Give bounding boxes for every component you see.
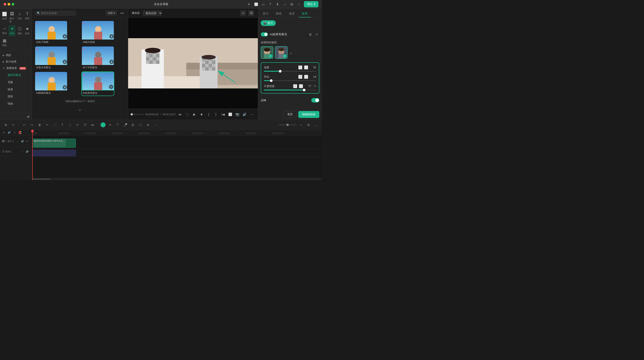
sidebar-item-emotion[interactable]: 情緒 (1, 100, 30, 107)
skip-back-btn[interactable]: ⏮ (177, 112, 183, 117)
toolbar-library[interactable]: 🖼 素材庫 (8, 10, 16, 24)
scroll-thumb[interactable] (32, 179, 50, 180)
toolbar-sticker[interactable]: ★ 貼紙 (24, 25, 31, 36)
h-scrollbar[interactable] (32, 179, 321, 180)
mark-out-btn[interactable]: } (213, 112, 218, 117)
account-icon[interactable]: ○ (297, 2, 301, 6)
tab-color[interactable]: 顏色 (273, 10, 285, 17)
redo-btn[interactable]: ↪ (29, 122, 35, 128)
text-btn[interactable]: T (59, 122, 66, 128)
collapse-sidebar-icon[interactable]: ◀ (26, 114, 30, 119)
reset-effect-button[interactable]: ↺ (314, 32, 319, 37)
audio-clip[interactable] (32, 150, 76, 156)
split-btn[interactable]: |◀ (220, 112, 226, 117)
image-view-btn[interactable]: 🖼 (248, 10, 254, 16)
toolbar-transition[interactable]: ↔ 轉場 (1, 25, 8, 36)
audio-btn[interactable]: 🔊 (242, 112, 247, 117)
feather-track[interactable] (264, 80, 316, 81)
scroll-down-icon[interactable]: ⌄ (35, 105, 125, 114)
delete-btn[interactable]: 🗑 (36, 122, 43, 128)
music-icon[interactable]: ♪ (282, 2, 287, 6)
effect-card-ai-cross-mosaic[interactable]: ♥ ⬇ AI十字馬賽克 (82, 46, 114, 71)
feather-reset-btn[interactable]: ↺ (298, 75, 302, 79)
snapshot-btn[interactable]: 📷 (234, 112, 240, 117)
delete-effect-button[interactable]: 🗑 (308, 32, 313, 37)
sidebar-item-outline[interactable]: 描邊 (1, 86, 30, 93)
ai-effect-toggle[interactable] (261, 32, 268, 36)
tab-speed[interactable]: 速度 (286, 10, 298, 17)
crop-btn[interactable]: ⬚ (52, 122, 58, 128)
strength-track[interactable] (264, 71, 316, 72)
export-button[interactable]: 導出 ▾ (304, 1, 318, 7)
cut-btn[interactable]: ✂ (44, 122, 50, 128)
strength-keyframe-btn[interactable]: ◇ (304, 65, 308, 69)
step-back-btn[interactable]: ⬚ (184, 112, 190, 117)
select-btn[interactable]: ↖ (10, 122, 16, 128)
skip-btn[interactable]: ⏭ (90, 122, 96, 128)
opacity-thumb[interactable] (303, 89, 306, 91)
overlay-btn[interactable]: ⊕ (145, 122, 151, 128)
opacity-keyframe-btn[interactable]: ◇ (299, 84, 303, 88)
grid-view-btn[interactable]: ⊞ (240, 10, 246, 16)
minimize-button[interactable] (8, 3, 10, 5)
text-icon[interactable]: T (268, 2, 272, 6)
screen-icon[interactable]: ▭ (261, 2, 266, 6)
toolbar-title[interactable]: T 標題 (24, 10, 31, 24)
sidebar-section-body-effects[interactable]: ▼ 身體效果 NEW (0, 65, 32, 71)
reverse-toggle[interactable] (311, 98, 319, 103)
toolbar-effects[interactable]: ✦ 效果 (8, 25, 16, 36)
face-thumb-2[interactable]: ✓ (275, 46, 288, 59)
close-button[interactable] (4, 3, 6, 5)
sidebar-section-video-effects[interactable]: ▶ 影片效果 (0, 58, 32, 65)
toolbar-template[interactable]: ▦ 模板 (1, 37, 8, 48)
add-track-icon[interactable]: ⊞ (2, 131, 6, 135)
grid2-btn[interactable]: ⊞ (306, 122, 312, 128)
snapshot-icon[interactable]: ⬜ (254, 2, 258, 6)
tab-effects[interactable]: 效果 (299, 10, 311, 17)
effect-card-ai-blur-mosaic[interactable]: ♥ ⬇ AI模糊馬賽克 (35, 71, 68, 96)
face-thumb-1[interactable]: ✓ (261, 46, 273, 59)
effect-card-ai-particle-blur[interactable]: ♥ ⬇ AI粒子模糊 (35, 20, 68, 45)
tab-video[interactable]: 影片 (260, 10, 272, 17)
sidebar-item-face-mosaic[interactable]: 臉部馬賽克 (1, 72, 30, 79)
effect-card-ai-classic-mosaic[interactable]: ♥ + AI經典馬賽克 (82, 71, 114, 96)
timer-btn[interactable]: ⏱ (82, 122, 88, 128)
strength-thumb[interactable] (279, 70, 282, 73)
undo-btn[interactable]: ↩ (21, 122, 28, 128)
fullscreen-btn[interactable]: ⬜ (228, 112, 233, 117)
shape-btn[interactable]: □ (67, 122, 73, 128)
stop-btn[interactable]: ■ (199, 112, 204, 117)
split-track-icon[interactable]: ⊡ (12, 131, 16, 135)
sidebar-item-environment[interactable]: 環境 (1, 93, 30, 100)
mark-in-btn[interactable]: { (206, 112, 211, 117)
expand-faces-icon[interactable]: ⌄ (289, 46, 293, 59)
pip-btn[interactable]: ⬡ (137, 122, 144, 128)
minus-btn[interactable]: − (152, 122, 159, 128)
opacity-reset-btn[interactable]: ↺ (293, 84, 297, 88)
sidebar-section-mine[interactable]: ▶ 我的 (0, 52, 32, 58)
toolbar-filter[interactable]: ⬡ 濾鏡 (16, 25, 23, 36)
toolbar-media[interactable]: ⬜ 媒體 (1, 10, 8, 24)
link-track-icon[interactable]: 🔗 (7, 131, 11, 135)
maximize-button[interactable] (12, 3, 14, 5)
move-btn[interactable]: ⊞ (130, 122, 136, 128)
eye-icon[interactable]: 👁 (25, 139, 29, 143)
plus-btn[interactable]: + (298, 122, 304, 128)
progress-bar[interactable] (132, 114, 144, 115)
grid-icon[interactable]: ⊞ (290, 2, 294, 6)
send-icon[interactable]: ✈ (247, 2, 251, 6)
reset-button[interactable]: 重置 (284, 111, 296, 118)
sidebar-item-clone[interactable]: 克隆 (1, 79, 30, 86)
mic-btn[interactable]: 🎤 (122, 122, 128, 128)
toolbar-audio[interactable]: ♪ 音頻 (16, 10, 23, 24)
record-btn[interactable] (100, 122, 106, 127)
shield-btn[interactable]: ⛉ (114, 122, 121, 128)
multi-track-btn[interactable]: ⊞ (3, 122, 9, 128)
more-timeline-btn[interactable]: ⌄ (313, 122, 319, 128)
feather-keyframe-btn[interactable]: ◇ (304, 75, 308, 79)
add-icon[interactable]: + (16, 139, 20, 143)
sun-btn[interactable]: ☀ (107, 122, 113, 128)
opacity-track[interactable] (264, 90, 316, 90)
more-ctrl-btn[interactable]: ↔ (249, 112, 254, 117)
feather-thumb[interactable] (270, 79, 272, 82)
